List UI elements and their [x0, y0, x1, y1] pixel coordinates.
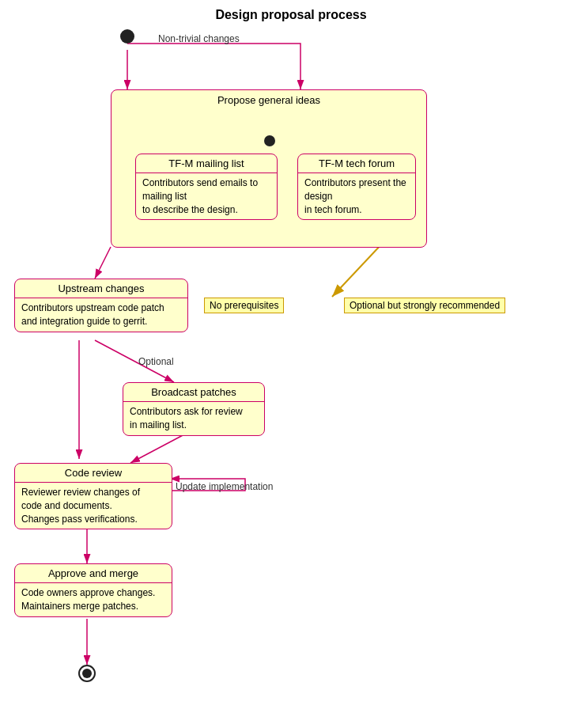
tfm-tech-forum-body: Contributors present the designin tech f… — [298, 173, 415, 219]
end-node — [78, 665, 96, 682]
tfm-tech-forum-node: TF-M tech forum Contributors present the… — [297, 154, 416, 220]
propose-general-ideas-title: Propose general ideas — [111, 90, 426, 110]
svg-line-10 — [130, 434, 186, 463]
upstream-changes-node: Upstream changes Contributors upstream c… — [14, 279, 188, 332]
optional-label: Optional — [138, 356, 174, 367]
tfm-mailing-list-body: Contributors send emails to mailing list… — [136, 173, 277, 219]
code-review-body: Reviewer review changes ofcode and docum… — [15, 483, 172, 529]
diagram-container: Design proposal process — [0, 0, 582, 728]
broadcast-patches-body: Contributors ask for reviewin mailing li… — [123, 402, 264, 435]
non-trivial-label: Non-trivial changes — [158, 33, 240, 44]
end-inner-circle — [82, 669, 92, 678]
code-review-node: Code review Reviewer review changes ofco… — [14, 463, 172, 529]
code-review-title: Code review — [15, 464, 172, 483]
broadcast-patches-node: Broadcast patches Contributors ask for r… — [123, 382, 265, 436]
update-implementation-label: Update implementation — [176, 481, 273, 492]
no-prerequisites-label: No prerequisites — [204, 298, 284, 313]
tfm-mailing-list-node: TF-M mailing list Contributors send emai… — [135, 154, 278, 220]
propose-general-ideas-group: Propose general ideas TF-M mailing list … — [111, 89, 427, 248]
upstream-changes-body: Contributors upstream code patchand inte… — [15, 298, 187, 332]
upstream-changes-title: Upstream changes — [15, 279, 187, 298]
tfm-mailing-list-title: TF-M mailing list — [136, 154, 277, 173]
tfm-tech-forum-title: TF-M tech forum — [298, 154, 415, 173]
approve-merge-title: Approve and merge — [15, 564, 172, 583]
fork-circle — [264, 135, 275, 146]
optional-recommended-label: Optional but strongly recommended — [344, 298, 505, 313]
approve-merge-node: Approve and merge Code owners approve ch… — [14, 563, 172, 617]
diagram-title: Design proposal process — [0, 8, 582, 22]
start-node — [120, 29, 134, 44]
svg-line-6 — [95, 247, 111, 279]
broadcast-patches-title: Broadcast patches — [123, 383, 264, 402]
approve-merge-body: Code owners approve changes.Maintainers … — [15, 583, 172, 616]
